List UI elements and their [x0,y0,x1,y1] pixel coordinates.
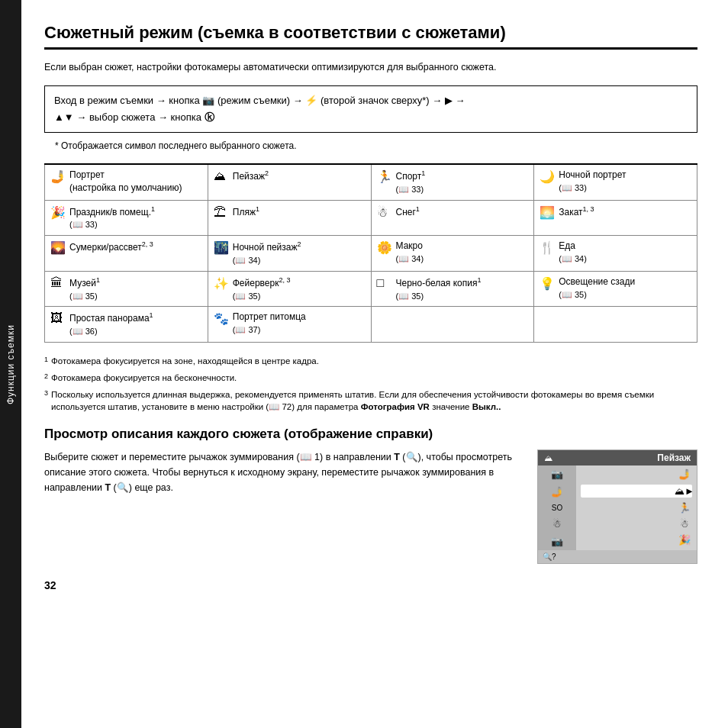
scene-cell-sunset: 🌅 Закат1, 3 [534,200,697,236]
table-row: 🏛 Музей1(📖 35) ✨ Фейерверк2, 3(📖 35) □ [45,271,697,307]
pright-icon-5: 🎉 [677,534,692,546]
section2-title: Просмотр описания каждого сюжета (отобра… [44,427,697,442]
night-portrait-icon: 🌙 [540,169,555,184]
portrait-label: Портрет(настройка по умолчанию) [69,169,182,195]
prev-item-5: 🎉 [581,534,692,546]
page-number: 32 [44,579,697,591]
prev-item-3: 🏃 [581,502,692,514]
night-landscape-icon: 🌃 [214,240,229,255]
table-row: 🤳 Портрет(настройка по умолчанию) ⛰ Пейз… [45,164,697,200]
dusk-label: Сумерки/рассвет2, 3 [69,240,153,254]
scene-cell-night-landscape: 🌃 Ночной пейзаж2(📖 34) [208,236,371,272]
scene-table: 🤳 Портрет(настройка по умолчанию) ⛰ Пейз… [44,163,697,343]
snow-icon: ☃ [377,205,392,220]
macro-icon: 🌼 [377,240,392,255]
preview-header-landscape: Пейзаж [657,453,691,463]
prev-icon-camera: 📷 [549,469,565,480]
backlight-label: Освещение сзади(📖 35) [559,275,635,301]
scene-cell-night-portrait: 🌙 Ночной портрет(📖 33) [534,164,697,200]
portrait-icon: 🤳 [50,169,66,184]
food-icon: 🍴 [540,240,555,255]
scene-cell-food: 🍴 Еда(📖 34) [534,236,697,272]
preview-left-col: 📷 🤳 SO ☃ 📷 [538,465,576,550]
prev-item-selected: ⛰► [581,485,692,498]
main-content: Сюжетный режим (съемка в соответствии с … [21,0,728,728]
preview-footer-text: 🔍? [543,552,556,561]
fireworks-label: Фейерверк2, 3(📖 35) [233,275,291,303]
bottom-text: Выберите сюжет и переместите рычажок зум… [44,449,522,564]
macro-label: Макро(📖 34) [396,240,424,266]
page-title: Сюжетный режим (съемка в соответствии с … [44,23,697,50]
bw-icon: □ [377,276,392,290]
scene-cell-sport: 🏃 Спорт1(📖 33) [371,164,534,200]
scene-cell-landscape: ⛰ Пейзаж2 [208,164,371,200]
prev-item-1: 🤳 [581,469,692,480]
table-row: 🎉 Праздник/в помещ.1(📖 33) ⛱ Пляж1 ☃ [45,200,697,236]
scene-cell-pet: 🐾 Портрет питомца(📖 37) [208,307,371,343]
section2-text: Выберите сюжет и переместите рычажок зум… [44,452,512,493]
sidebar: Функции съемки [0,0,21,728]
instruction-box: Вход в режим съемки → кнопка 📷 (режим съ… [44,85,697,133]
table-row: 🌄 Сумерки/рассвет2, 3 🌃 Ночной пейзаж2(📖… [45,236,697,272]
scene-cell-empty2 [534,307,697,343]
pright-icon-3: 🏃 [677,502,692,514]
preview-footer: 🔍? [538,550,697,563]
preview-body: 📷 🤳 SO ☃ 📷 🤳 ⛰► 🏃 [538,465,697,550]
pright-icon-selected: ⛰► [675,485,690,497]
scene-cell-beach: ⛱ Пляж1 [208,200,371,236]
snow-label: Снег1 [396,205,420,219]
scene-cell-museum: 🏛 Музей1(📖 35) [45,271,208,307]
sunset-label: Закат1, 3 [559,205,594,219]
sidebar-label: Функции съемки [5,324,16,404]
panorama-icon: 🖼 [50,311,66,325]
intro-text: Если выбран сюжет, настройки фотокамеры … [44,60,697,75]
scene-cell-backlight: 💡 Освещение сзади(📖 35) [534,271,697,307]
backlight-icon: 💡 [540,276,555,291]
prev-icon-portrait: 🤳 [549,486,565,498]
landscape-label: Пейзаж2 [233,169,269,183]
prev-icon-snow: ☃ [549,518,565,530]
scene-cell-snow: ☃ Снег1 [371,200,534,236]
footnote-2-text: Фотокамера фокусируется на бесконечности… [51,372,237,385]
preview-icon-row: 🤳 ⛰► 🏃 ☃ 🎉 [576,465,697,550]
footnote-1-text: Фотокамера фокусируется на зоне, находящ… [51,355,319,369]
night-portrait-label: Ночной портрет(📖 33) [559,169,626,195]
party-label: Праздник/в помещ.1(📖 33) [69,205,155,232]
scene-cell-macro: 🌼 Макро(📖 34) [371,236,534,272]
sunset-icon: 🌅 [540,205,555,220]
scene-cell-empty1 [371,307,534,343]
scene-cell-dusk: 🌄 Сумерки/рассвет2, 3 [45,236,208,272]
footnotes-section: 1 Фотокамера фокусируется на зоне, наход… [44,355,697,413]
prev-icon-so: SO [549,504,565,512]
scene-cell-panorama: 🖼 Простая панорама1(📖 36) [45,307,208,343]
panorama-label: Простая панорама1(📖 36) [69,311,153,338]
beach-icon: ⛱ [214,205,229,219]
fireworks-icon: ✨ [214,276,229,291]
museum-label: Музей1(📖 35) [69,275,100,303]
sport-label: Спорт1(📖 33) [396,169,426,196]
scene-cell-party: 🎉 Праздник/в помещ.1(📖 33) [45,200,208,236]
dusk-icon: 🌄 [50,240,66,255]
landscape-icon: ⛰ [214,169,229,183]
preview-header: ⛰ Пейзаж [538,450,697,465]
preview-header-left: ⛰ [544,453,552,462]
table-row: 🖼 Простая панорама1(📖 36) 🐾 Портрет пито… [45,307,697,343]
party-icon: 🎉 [50,205,66,220]
bottom-section: Выберите сюжет и переместите рычажок зум… [44,449,697,564]
footnote-2: 2 Фотокамера фокусируется на бесконечнос… [44,372,697,385]
instruction-text: Вход в режим съемки → кнопка 📷 (режим съ… [54,95,465,123]
prev-icon-cam2: 📷 [549,536,565,547]
pright-icon-4: ☃ [677,518,692,530]
footnote-3: 3 Поскольку используется длинная выдержк… [44,388,697,413]
pet-icon: 🐾 [214,311,229,326]
bw-label: Черно-белая копия1(📖 35) [396,275,482,303]
beach-label: Пляж1 [233,205,259,219]
scene-cell-fireworks: ✨ Фейерверк2, 3(📖 35) [208,271,371,307]
scene-cell-portrait: 🤳 Портрет(настройка по умолчанию) [45,164,208,200]
sport-icon: 🏃 [377,169,392,184]
scene-cell-bw: □ Черно-белая копия1(📖 35) [371,271,534,307]
museum-icon: 🏛 [50,276,66,290]
footnote-star: * Отображается символ последнего выбранн… [55,140,697,151]
night-landscape-label: Ночной пейзаж2(📖 34) [233,240,301,267]
page-container: Функции съемки Сюжетный режим (съемка в … [0,0,728,728]
